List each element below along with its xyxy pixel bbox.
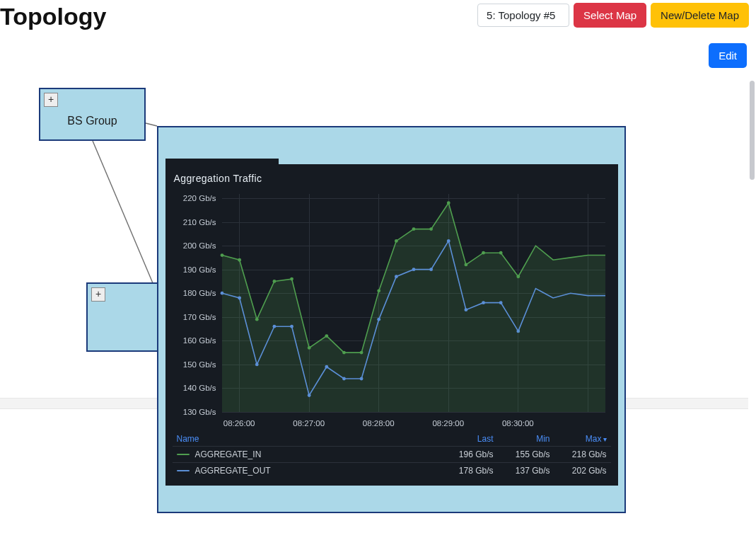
svg-point-3 xyxy=(238,258,241,262)
node-label: BS Group xyxy=(40,115,144,127)
legend-header-name[interactable]: Name xyxy=(177,434,437,444)
svg-point-30 xyxy=(394,275,397,278)
svg-point-9 xyxy=(342,351,346,355)
svg-point-14 xyxy=(429,227,433,231)
svg-point-35 xyxy=(482,301,485,304)
select-map-button[interactable]: Select Map xyxy=(574,3,646,28)
svg-point-22 xyxy=(255,362,258,366)
svg-point-6 xyxy=(290,277,293,281)
svg-point-15 xyxy=(446,201,450,205)
svg-point-23 xyxy=(272,325,276,328)
chart-legend: Name Last Min Max▾ AGGREGATE_IN196 Gb/s1… xyxy=(173,432,611,478)
legend-min: 137 Gb/s xyxy=(494,466,550,476)
svg-point-25 xyxy=(307,394,310,397)
legend-header-last[interactable]: Last xyxy=(437,434,494,444)
svg-point-13 xyxy=(412,227,415,231)
expand-icon[interactable]: + xyxy=(44,93,58,107)
svg-point-32 xyxy=(429,268,433,271)
topology-node-small[interactable]: + xyxy=(86,282,158,352)
svg-point-5 xyxy=(272,280,276,283)
svg-point-10 xyxy=(359,351,363,355)
svg-point-27 xyxy=(342,377,346,381)
svg-point-8 xyxy=(325,334,328,338)
svg-point-17 xyxy=(482,251,485,255)
svg-point-12 xyxy=(394,239,397,243)
svg-point-26 xyxy=(325,365,328,369)
svg-point-34 xyxy=(464,308,467,311)
svg-point-21 xyxy=(238,297,241,300)
svg-point-11 xyxy=(377,289,380,292)
vertical-scrollbar[interactable] xyxy=(748,81,756,293)
legend-max: 218 Gb/s xyxy=(550,449,607,459)
legend-header-max[interactable]: Max▾ xyxy=(550,434,607,444)
svg-point-31 xyxy=(412,268,415,271)
legend-series-name: AGGREGATE_IN xyxy=(195,449,262,459)
legend-row[interactable]: AGGREGATE_IN196 Gb/s155 Gb/s218 Gb/s xyxy=(173,446,611,462)
svg-point-36 xyxy=(499,301,502,304)
svg-point-4 xyxy=(255,318,258,321)
topology-node-bs-group[interactable]: + BS Group xyxy=(39,88,146,141)
svg-point-28 xyxy=(359,377,363,381)
topology-canvas[interactable]: + BS Group + Aggregation Traffic 220 Gb/… xyxy=(0,81,756,505)
svg-point-2 xyxy=(220,253,223,257)
legend-last: 178 Gb/s xyxy=(437,466,494,476)
svg-point-33 xyxy=(446,239,450,243)
chart-plot-area[interactable]: 220 Gb/s210 Gb/s200 Gb/s190 Gb/s180 Gb/s… xyxy=(173,194,611,428)
legend-series-name: AGGREGATE_OUT xyxy=(195,466,271,476)
legend-row[interactable]: AGGREGATE_OUT178 Gb/s137 Gb/s202 Gb/s xyxy=(173,462,611,478)
svg-point-29 xyxy=(377,318,380,321)
svg-point-24 xyxy=(290,325,293,328)
chart-title: Aggregation Traffic xyxy=(174,173,612,184)
chart-panel: Aggregation Traffic 220 Gb/s210 Gb/s200 … xyxy=(165,164,618,486)
svg-point-20 xyxy=(220,292,223,295)
svg-line-0 xyxy=(93,141,157,293)
legend-max: 202 Gb/s xyxy=(550,466,607,476)
chevron-down-icon: ▾ xyxy=(603,435,607,443)
svg-point-7 xyxy=(307,346,310,350)
svg-point-18 xyxy=(499,251,502,255)
expand-icon[interactable]: + xyxy=(91,287,105,302)
legend-last: 196 Gb/s xyxy=(437,449,494,459)
map-selector[interactable]: 5: Topology #5 xyxy=(477,4,569,27)
edit-button[interactable]: Edit xyxy=(709,43,747,68)
legend-min: 155 Gb/s xyxy=(494,449,550,459)
new-delete-map-button[interactable]: New/Delete Map xyxy=(651,3,749,28)
svg-point-16 xyxy=(464,263,467,267)
page-title: Topology xyxy=(0,3,106,30)
legend-header-min[interactable]: Min xyxy=(494,434,550,444)
svg-line-1 xyxy=(146,123,157,126)
topology-node-chart-container[interactable]: Aggregation Traffic 220 Gb/s210 Gb/s200 … xyxy=(157,126,626,513)
